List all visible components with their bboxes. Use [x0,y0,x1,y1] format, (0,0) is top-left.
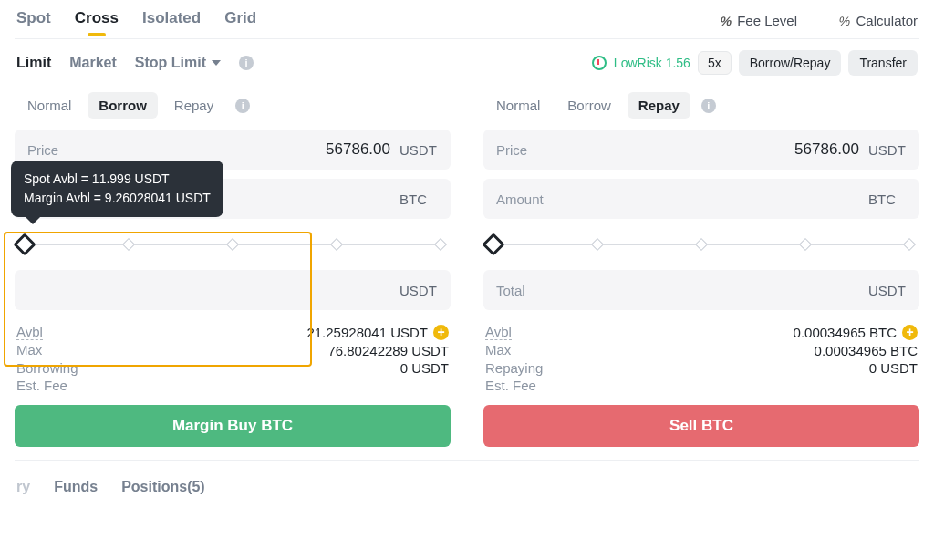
order-tab-market[interactable]: Market [69,55,117,71]
buy-mode-repay[interactable]: Repay [163,92,224,119]
borrowing-label: Borrowing [16,360,78,376]
calculator-link[interactable]: Calculator [839,13,918,28]
order-panels: Normal Borrow Repay i Price USDT Amount … [15,81,919,447]
total-label: Total [496,283,525,298]
fee-level-link[interactable]: Fee Level [721,13,797,28]
total-unit: USDT [868,283,907,298]
chevron-down-icon [212,60,221,66]
slider-handle[interactable] [14,233,36,255]
repaying-value: 0 USDT [869,360,918,376]
margin-buy-button[interactable]: Margin Buy BTC [15,405,451,447]
sell-percent-slider[interactable] [485,230,918,259]
sell-mode-repay[interactable]: Repay [628,92,690,119]
price-unit: USDT [400,142,438,158]
sell-fee-row: Est. Fee [483,377,919,394]
avbl-tooltip: Spot Avbl = 11.999 USDT Margin Avbl = 9.… [11,161,223,217]
bottom-tabs: ry Funds Positions(5) [15,460,919,495]
risk-gauge-icon [592,56,607,70]
max-value: 0.00034965 BTC [815,343,918,358]
buy-borrowing-row: Borrowing 0 USDT [15,359,451,377]
info-icon[interactable]: i [701,99,716,113]
info-icon[interactable]: i [239,56,254,70]
amount-unit: BTC [868,192,907,207]
sell-mode-normal[interactable]: Normal [485,92,551,119]
buy-mode-borrow[interactable]: Borrow [88,92,158,119]
amount-unit: BTC [400,192,438,207]
percent-icon [721,13,732,28]
sell-button[interactable]: Sell BTC [483,405,919,447]
sell-mode-borrow[interactable]: Borrow [556,92,622,119]
sell-repaying-row: Repaying 0 USDT [483,359,919,377]
sell-price-input[interactable]: Price USDT [483,130,919,170]
sell-panel: Normal Borrow Repay i Price USDT Amount … [483,81,919,447]
add-funds-icon[interactable]: + [902,325,918,340]
total-unit: USDT [400,283,438,298]
buy-percent-slider[interactable]: Spot Avbl = 11.999 USDT Margin Avbl = 9.… [16,230,449,259]
fee-label: Est. Fee [16,378,67,393]
stop-limit-label: Stop Limit [135,55,206,71]
order-tab-stop-limit[interactable]: Stop Limit [135,55,221,71]
price-unit: USDT [868,142,907,158]
bottom-tab-positions[interactable]: Positions(5) [121,479,205,495]
tab-spot[interactable]: Spot [16,9,51,31]
calculator-label: Calculator [856,13,918,28]
max-label: Max [16,342,42,358]
add-funds-icon[interactable]: + [433,325,449,340]
tab-grid[interactable]: Grid [224,9,256,31]
tab-cross[interactable]: Cross [75,9,119,31]
fee-level-label: Fee Level [737,13,797,28]
sell-total-field[interactable] [534,281,859,299]
fee-label: Est. Fee [485,378,536,393]
buy-total-field[interactable] [40,281,390,299]
avbl-value: 0.00034965 BTC [794,325,897,340]
avbl-label: Avbl [485,324,512,340]
price-label: Price [496,142,527,158]
risk-label: LowRisk 1.56 [614,56,690,70]
calculator-icon [839,13,850,28]
sell-avbl-row: Avbl 0.00034965 BTC + [483,323,919,341]
bottom-tab-funds[interactable]: Funds [54,479,98,495]
transfer-button[interactable]: Transfer [848,50,918,76]
sell-amount-field[interactable] [553,190,859,208]
tab-isolated[interactable]: Isolated [142,9,201,31]
buy-avbl-row: Avbl 21.25928041 USDT + [15,323,451,341]
avbl-label: Avbl [16,324,43,340]
max-value: 76.80242289 USDT [327,343,449,358]
price-label: Price [27,142,58,158]
sell-max-row: Max 0.00034965 BTC [483,341,919,359]
margin-mode-tabs: Spot Cross Isolated Grid Fee Level Calcu… [15,5,919,39]
buy-total-input[interactable]: . USDT [15,270,451,310]
slider-handle[interactable] [483,233,505,255]
amount-label: Amount [496,192,544,207]
order-type-row: Limit Market Stop Limit i LowRisk 1.56 5… [15,39,919,81]
info-icon[interactable]: i [235,99,250,113]
buy-price-field[interactable] [67,140,390,159]
sell-mode-segment: Normal Borrow Repay i [483,81,919,130]
order-tab-limit[interactable]: Limit [16,55,51,71]
buy-fee-row: Est. Fee [15,377,451,394]
buy-mode-normal[interactable]: Normal [16,92,82,119]
sell-amount-input[interactable]: Amount BTC [483,179,919,219]
buy-panel: Normal Borrow Repay i Price USDT Amount … [15,81,451,447]
repaying-label: Repaying [485,360,543,376]
buy-max-row: Max 76.80242289 USDT [15,341,451,359]
sell-total-input[interactable]: Total USDT [483,270,919,310]
borrow-repay-button[interactable]: Borrow/Repay [739,50,842,76]
avbl-value: 21.25928041 USDT [306,325,428,340]
bottom-tab-truncated[interactable]: ry [16,479,30,495]
leverage-selector[interactable]: 5x [698,51,732,75]
sell-price-field[interactable] [536,140,859,159]
buy-mode-segment: Normal Borrow Repay i [15,81,451,130]
max-label: Max [485,342,511,358]
borrowing-value: 0 USDT [400,360,449,376]
